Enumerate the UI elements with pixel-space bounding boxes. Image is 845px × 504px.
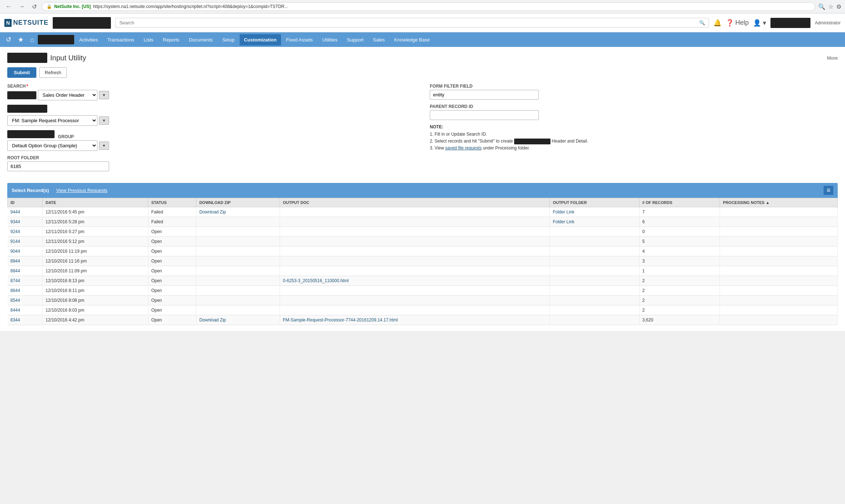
row-id-link[interactable]: 9344 bbox=[11, 219, 20, 224]
reload-button[interactable]: ↺ bbox=[30, 3, 39, 11]
records-table: ID DATE STATUS DOWNLOAD ZIP OUTPUT DOC O… bbox=[7, 198, 838, 325]
output-doc-link[interactable]: FM-Sample-Request-Processor-7744-2016120… bbox=[283, 317, 398, 323]
search-bar[interactable]: 🔍 bbox=[115, 18, 709, 28]
parent-record-input[interactable] bbox=[430, 110, 539, 120]
extensions-button[interactable]: ⚙ bbox=[836, 3, 841, 10]
form-filter-input[interactable] bbox=[430, 90, 539, 100]
row-date: 12/11/2016 5:45 pm bbox=[43, 207, 148, 217]
row-id-link[interactable]: 8744 bbox=[11, 278, 20, 283]
nav-item-sales[interactable]: Sales bbox=[369, 34, 389, 45]
address-bar[interactable]: 🔒 NetSuite Inc. [US] https://system.na1.… bbox=[42, 2, 815, 11]
row-output-folder bbox=[550, 276, 639, 286]
page-title-row: Input Utility More bbox=[7, 53, 838, 63]
row-output-folder bbox=[550, 296, 639, 305]
row-download-zip bbox=[196, 305, 280, 315]
search-field-row: SEARCH* Sales Order Header ▼ bbox=[7, 84, 415, 100]
group-select[interactable]: Default Option Group (Sample) bbox=[7, 140, 97, 151]
download-zip-link[interactable]: Download Zip bbox=[199, 317, 226, 323]
nav-item-lists[interactable]: Lists bbox=[139, 34, 158, 45]
row-output-doc bbox=[280, 237, 550, 247]
submit-button[interactable]: Submit bbox=[7, 67, 36, 78]
row-id-link[interactable]: 8444 bbox=[11, 308, 20, 313]
row-id-link[interactable]: 9044 bbox=[11, 249, 20, 254]
processor-select[interactable]: FM: Sample Request Processor bbox=[7, 115, 97, 126]
table-row: 874412/10/2016 8:13 pmOpen0-6253-3_20150… bbox=[8, 276, 838, 286]
nav-item-documents[interactable]: Documents bbox=[184, 34, 217, 45]
row-id-link[interactable]: 9244 bbox=[11, 229, 20, 234]
row-download-zip[interactable]: Download Zip bbox=[196, 207, 280, 217]
page-title: Input Utility bbox=[50, 54, 86, 62]
nav-item-customization[interactable]: Customization bbox=[240, 34, 281, 45]
search-dropdown-arrow[interactable]: ▼ bbox=[99, 91, 109, 99]
search-page-button[interactable]: 🔍 bbox=[818, 3, 825, 10]
row-id-link[interactable]: 8844 bbox=[11, 268, 20, 273]
nav-item-activities[interactable]: Activities bbox=[75, 34, 102, 45]
nav-item-reports[interactable]: Reports bbox=[159, 34, 184, 45]
table-row: 854412/10/2016 8:08 pmOpen2 bbox=[8, 296, 838, 305]
search-input[interactable] bbox=[119, 20, 697, 25]
row-num-records: 5 bbox=[639, 237, 720, 247]
group-dropdown-arrow[interactable]: ▼ bbox=[99, 141, 109, 150]
row-download-zip[interactable]: Download Zip bbox=[196, 315, 280, 325]
row-status: Open bbox=[148, 305, 196, 315]
row-id-link[interactable]: 8544 bbox=[11, 298, 20, 303]
row-status: Open bbox=[148, 315, 196, 325]
row-output-doc bbox=[280, 207, 550, 217]
row-output-folder bbox=[550, 237, 639, 247]
admin-label: Administrator bbox=[815, 20, 841, 25]
row-id-link[interactable]: 8944 bbox=[11, 259, 20, 264]
nav-item-support[interactable]: Support bbox=[343, 34, 368, 45]
notifications-button[interactable]: 🔔 bbox=[713, 19, 721, 27]
row-status: Open bbox=[148, 266, 196, 276]
table-row: 884412/10/2016 11:09 pmOpen1 bbox=[8, 266, 838, 276]
table-menu-button[interactable]: ≡ bbox=[824, 186, 833, 195]
search-select[interactable]: Sales Order Header bbox=[38, 90, 97, 100]
folder-link[interactable]: Folder Link bbox=[553, 219, 574, 224]
download-zip-link[interactable]: Download Zip bbox=[199, 209, 226, 215]
row-id-link[interactable]: 8644 bbox=[11, 288, 20, 293]
processor-dropdown-arrow[interactable]: ▼ bbox=[99, 116, 109, 125]
nav-item-transactions[interactable]: Transactions bbox=[103, 34, 139, 45]
row-id-link[interactable]: 9444 bbox=[11, 209, 20, 215]
row-output-folder[interactable]: Folder Link bbox=[550, 207, 639, 217]
output-doc-link[interactable]: 0-6253-3_20150516_110000.html bbox=[283, 278, 349, 283]
back-button[interactable]: ← bbox=[4, 3, 14, 11]
forward-button[interactable]: → bbox=[17, 3, 27, 11]
folder-link[interactable]: Folder Link bbox=[553, 209, 574, 215]
bookmark-button[interactable]: ☆ bbox=[828, 3, 833, 10]
row-date: 12/10/2016 8:08 pm bbox=[43, 296, 148, 305]
star-icon-button[interactable]: ★ bbox=[15, 33, 27, 46]
row-download-zip bbox=[196, 217, 280, 227]
table-title[interactable]: Select Record(s) bbox=[12, 188, 49, 193]
row-output-doc[interactable]: FM-Sample-Request-Processor-7744-2016120… bbox=[280, 315, 550, 325]
user-button[interactable]: 👤 ▾ bbox=[753, 19, 766, 27]
refresh-button[interactable]: Refresh bbox=[39, 67, 67, 78]
url-text: https://system.na1.netsuite.com/app/site… bbox=[93, 4, 288, 9]
nav-item-utilities[interactable]: Utilities bbox=[318, 34, 342, 45]
row-output-doc[interactable]: 0-6253-3_20150516_110000.html bbox=[280, 276, 550, 286]
root-folder-input[interactable] bbox=[7, 161, 109, 171]
saved-file-requests-link[interactable]: saved file requests bbox=[445, 145, 481, 151]
table-row: 914412/11/2016 5:12 pmOpen5 bbox=[8, 237, 838, 247]
col-processing-notes: PROCESSING NOTES ▲ bbox=[720, 198, 838, 207]
nav-item-fixed-assets[interactable]: Fixed Assets bbox=[282, 34, 317, 45]
row-num-records: 7 bbox=[639, 207, 720, 217]
row-date: 12/11/2016 5:12 pm bbox=[43, 237, 148, 247]
table-row: 864412/10/2016 8:11 pmOpen2 bbox=[8, 286, 838, 296]
nav-item-setup[interactable]: Setup bbox=[218, 34, 239, 45]
more-link[interactable]: More bbox=[827, 55, 838, 61]
table-header: Select Record(s) View Previous Requests … bbox=[7, 183, 838, 198]
col-output-doc: OUTPUT DOC bbox=[280, 198, 550, 207]
logo-text: NETSUITE bbox=[13, 19, 48, 27]
home-icon-button[interactable]: ↺ bbox=[3, 33, 14, 46]
view-previous-requests-link[interactable]: View Previous Requests bbox=[56, 188, 108, 193]
row-id-link[interactable]: 8344 bbox=[11, 317, 20, 323]
row-id-link[interactable]: 9144 bbox=[11, 239, 20, 244]
house-icon-button[interactable]: ⌂ bbox=[27, 34, 37, 46]
row-download-zip bbox=[196, 286, 280, 296]
row-num-records: 4 bbox=[639, 247, 720, 256]
nav-item-knowledge-base[interactable]: Knowledge Base bbox=[390, 34, 434, 45]
help-button[interactable]: ❓ Help bbox=[726, 19, 749, 27]
logo-box: N bbox=[4, 19, 12, 27]
row-output-folder[interactable]: Folder Link bbox=[550, 217, 639, 227]
